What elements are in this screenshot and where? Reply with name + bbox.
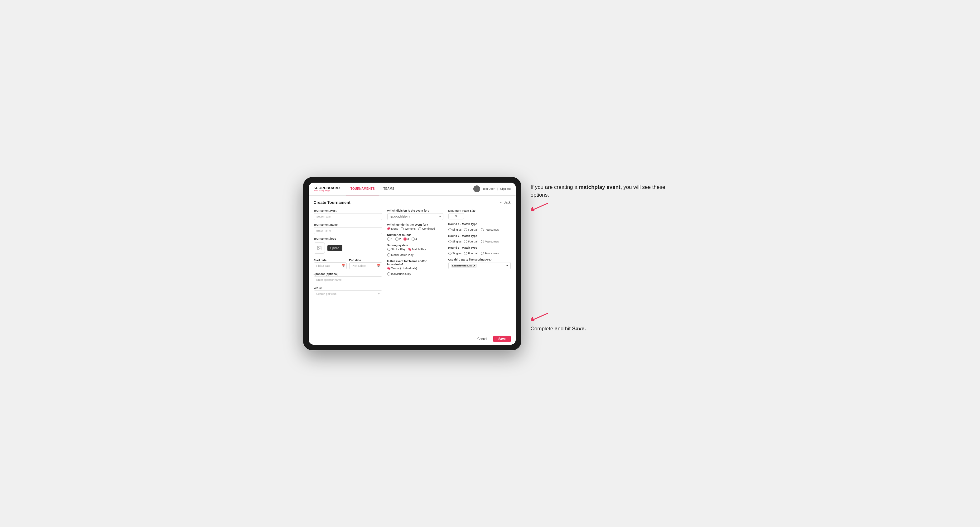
scoring-stroke[interactable]: Stroke Play [387, 248, 406, 251]
sponsor-input[interactable] [314, 276, 382, 283]
cancel-button[interactable]: Cancel [474, 336, 491, 342]
teams-option[interactable]: Teams (+Individuals) [387, 267, 417, 270]
navbar: SCOREBOARD Powered by clippit TOURNAMENT… [309, 183, 516, 196]
tab-teams[interactable]: TEAMS [379, 183, 399, 195]
tablet-frame: SCOREBOARD Powered by clippit TOURNAMENT… [303, 177, 521, 350]
gender-label: Which gender is the event for? [387, 223, 443, 226]
round2-foursomes[interactable]: Foursomes [481, 240, 499, 243]
round3-fourball[interactable]: Fourball [464, 252, 478, 255]
logo-subtitle: Powered by clippit [314, 190, 340, 192]
page-header: Create Tournament ← Back [314, 200, 511, 205]
scoring-group: Scoring system Stroke Play Match Play Me… [387, 244, 443, 257]
round2-singles[interactable]: Singles [449, 240, 462, 243]
left-column: Tournament Host Tournament name Tourname… [314, 209, 382, 297]
round1-singles[interactable]: Singles [449, 228, 462, 231]
logo-placeholder [314, 243, 325, 254]
svg-line-2 [534, 203, 548, 210]
middle-column: Which division is the event for? NCAA Di… [387, 209, 443, 297]
tablet-screen: SCOREBOARD Powered by clippit TOURNAMENT… [309, 183, 516, 345]
nav-right: Test User | Sign out [473, 186, 511, 192]
nav-logo: SCOREBOARD Powered by clippit [314, 186, 340, 192]
round-3[interactable]: 3 [404, 238, 409, 241]
round3-label: Round 3 - Match Type [449, 246, 511, 249]
annotation-top: If you are creating a matchplay event, y… [531, 183, 677, 212]
tournament-host-input[interactable] [314, 213, 382, 220]
avatar [473, 186, 480, 192]
round3-foursomes[interactable]: Foursomes [481, 252, 499, 255]
round3-singles[interactable]: Singles [449, 252, 462, 255]
nav-tabs: TOURNAMENTS TEAMS [346, 183, 399, 195]
gender-radio-group: Mens Womens Combined [387, 227, 443, 230]
annotation-bottom-text1: Complete and hit [531, 326, 572, 332]
round2-label: Round 2 - Match Type [449, 234, 511, 238]
gender-group: Which gender is the event for? Mens Wome… [387, 223, 443, 230]
form-footer: Cancel Save [309, 333, 516, 345]
teams-group: Is this event for Teams and/or Individua… [387, 260, 443, 276]
save-button[interactable]: Save [493, 336, 511, 342]
round2-options: Singles Fourball Foursomes [449, 240, 511, 243]
scoring-medal[interactable]: Medal Match Play [387, 253, 414, 257]
lk-close-icon[interactable]: ✕ [473, 264, 476, 267]
round1-foursomes[interactable]: Foursomes [481, 228, 499, 231]
rounds-label: Number of rounds [387, 233, 443, 237]
annotation-bottom: Complete and hit Save. [531, 312, 677, 333]
scoring-label: Scoring system [387, 244, 443, 247]
sponsor-label: Sponsor (optional) [314, 272, 382, 276]
tournament-host-group: Tournament Host [314, 209, 382, 220]
venue-input[interactable] [314, 290, 382, 297]
annotation-bottom-bold: Save. [572, 326, 586, 332]
round-1[interactable]: 1 [387, 238, 393, 241]
logo-upload-area: Upload [314, 243, 382, 254]
date-row: Start date 📅 End date [314, 257, 382, 269]
round1-label: Round 1 - Match Type [449, 222, 511, 225]
tournament-logo-group: Tournament logo Upload [314, 237, 382, 254]
dates-group: Start date 📅 End date [314, 257, 382, 269]
max-team-input[interactable] [449, 213, 464, 219]
round-4[interactable]: 4 [412, 238, 417, 241]
tournament-logo-label: Tournament logo [314, 237, 382, 240]
arrow-top-icon [531, 202, 549, 211]
form-grid: Tournament Host Tournament name Tourname… [314, 209, 511, 297]
right-column: Maximum Team Size Round 1 - Match Type S… [449, 209, 511, 297]
start-date-wrap: 📅 [314, 262, 347, 269]
division-label: Which division is the event for? [387, 209, 443, 212]
api-select[interactable]: Leaderboard King ✕ ▾ [449, 262, 511, 269]
annotation-top-bold: matchplay event, [579, 184, 622, 190]
start-date-group: Start date 📅 [314, 257, 347, 269]
round2-fourball[interactable]: Fourball [464, 240, 478, 243]
svg-line-3 [534, 313, 548, 319]
start-date-label: Start date [314, 259, 327, 262]
rounds-radio-group: 1 2 3 4 [387, 238, 443, 241]
tournament-name-input[interactable] [314, 227, 382, 234]
back-button[interactable]: ← Back [500, 201, 511, 204]
teams-label: Is this event for Teams and/or Individua… [387, 260, 443, 266]
signout-link[interactable]: Sign out [500, 187, 511, 190]
teams-radio-group: Teams (+Individuals) Individuals Only [387, 267, 443, 276]
gender-combined[interactable]: Combined [418, 227, 435, 230]
upload-button[interactable]: Upload [328, 245, 343, 251]
round-2[interactable]: 2 [395, 238, 401, 241]
round3-match-group: Round 3 - Match Type Singles Fourball Fo… [449, 246, 511, 255]
page-title: Create Tournament [314, 200, 350, 205]
division-select[interactable]: NCAA Division I [387, 213, 443, 220]
venue-label: Venue [314, 286, 382, 289]
calendar-icon: 📅 [341, 264, 345, 267]
venue-wrap [314, 290, 382, 297]
tournament-name-label: Tournament name [314, 223, 382, 226]
tournament-host-label: Tournament Host [314, 209, 382, 212]
round1-fourball[interactable]: Fourball [464, 228, 478, 231]
round1-options: Singles Fourball Foursomes [449, 228, 511, 231]
gender-womens[interactable]: Womens [401, 227, 416, 230]
individuals-option[interactable]: Individuals Only [387, 272, 411, 276]
api-group: Use third-party live scoring API? Leader… [449, 258, 511, 269]
round3-options: Singles Fourball Foursomes [449, 252, 511, 255]
max-team-label: Maximum Team Size [449, 209, 511, 212]
lk-chevron-icon: ▾ [506, 264, 508, 267]
calendar-icon-end: 📅 [377, 264, 380, 267]
scoring-match[interactable]: Match Play [408, 248, 426, 251]
tab-tournaments[interactable]: TOURNAMENTS [346, 183, 379, 195]
round1-match-group: Round 1 - Match Type Singles Fourball Fo… [449, 222, 511, 231]
division-select-wrap: NCAA Division I [387, 213, 443, 220]
lk-tag: Leaderboard King ✕ [451, 264, 477, 268]
gender-mens[interactable]: Mens [387, 227, 398, 230]
